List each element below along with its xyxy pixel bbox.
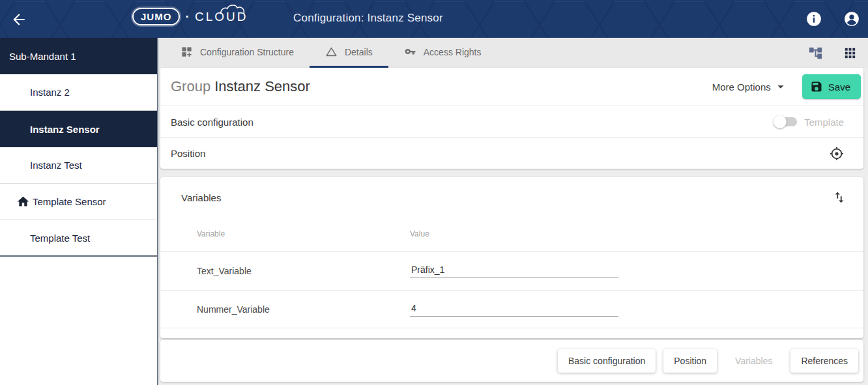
position-row[interactable]: Position	[160, 137, 863, 169]
cloud-wordmark: CLOUD	[195, 10, 248, 24]
window-title: Configuration: Instanz Sensor	[293, 12, 443, 25]
jumo-logo: JUMO	[132, 8, 180, 25]
header-actions	[805, 10, 860, 27]
variables-header: Variables	[160, 177, 863, 203]
tab-configuration-structure[interactable]: Configuration Structure	[165, 38, 310, 68]
variables-button: Variables	[725, 349, 783, 373]
footer-actions: Basic configuration Position Variables R…	[160, 340, 863, 382]
sidebar-item-template-sensor[interactable]: Template Sensor	[0, 184, 157, 220]
jumo-cloud-logo: JUMO · CLOUD	[132, 8, 248, 25]
sidebar-item-template-test[interactable]: Template Test	[0, 220, 157, 257]
app-header: JUMO · CLOUD Configuration: Instanz Sens…	[0, 0, 868, 38]
chevron-down-icon	[774, 79, 788, 94]
variables-title: Variables	[181, 192, 221, 203]
group-title-prefix: Group	[171, 78, 210, 94]
variables-column-headers: Variable Value	[160, 229, 863, 240]
dashboard-customize-icon	[181, 46, 193, 58]
sidebar-item-instanz-2[interactable]: Instanz 2	[0, 74, 157, 111]
swap-vert-icon[interactable]	[832, 190, 846, 205]
references-button[interactable]: References	[790, 349, 858, 373]
variable-name: Text_Variable	[160, 266, 410, 276]
home-icon	[16, 195, 30, 208]
group-title: GroupInstanz Sensor	[171, 78, 310, 95]
tab-access-rights[interactable]: Access Rights	[388, 38, 497, 68]
group-title-name: Instanz Sensor	[214, 78, 310, 94]
account-icon[interactable]	[843, 10, 860, 27]
table-row-text-variable: Text_Variable	[160, 251, 863, 291]
brand-separator: ·	[185, 9, 190, 24]
info-icon[interactable]	[805, 10, 822, 27]
sidebar: Sub-Mandant 1 Instanz 2 Instanz Sensor I…	[0, 38, 158, 385]
basic-configuration-row[interactable]: Basic configuration Template	[160, 106, 863, 137]
tab-bar: Configuration Structure Details Access R…	[158, 38, 868, 68]
more-options-button[interactable]: More Options	[712, 79, 788, 94]
template-toggle-label: Template	[804, 117, 844, 128]
tab-details[interactable]: Details	[310, 38, 388, 68]
cloud-icon	[220, 4, 246, 14]
table-row-nummer-variable: Nummer_Variable	[160, 291, 863, 328]
warning-triangle-icon	[325, 46, 338, 58]
group-title-actions: More Options Save	[712, 74, 861, 99]
back-button[interactable]	[10, 11, 27, 28]
variables-card: Variables Variable Value Text_Variable N…	[160, 177, 863, 338]
text-variable-input[interactable]	[410, 263, 618, 278]
template-toggle[interactable]	[774, 115, 797, 128]
key-icon	[404, 46, 416, 58]
nummer-variable-input[interactable]	[410, 302, 618, 317]
save-button[interactable]: Save	[802, 74, 861, 99]
my-location-icon[interactable]	[830, 147, 844, 161]
sidebar-item-instanz-sensor[interactable]: Instanz Sensor	[0, 111, 157, 147]
save-icon	[810, 80, 823, 93]
back-arrow-icon	[10, 11, 27, 28]
basic-configuration-label: Basic configuration	[171, 117, 253, 128]
app-window: JUMO · CLOUD Configuration: Instanz Sens…	[0, 0, 868, 385]
template-toggle-group: Template	[774, 115, 844, 128]
apps-grid-icon[interactable]	[843, 46, 858, 61]
sidebar-item-instanz-test[interactable]: Instanz Test	[0, 147, 157, 184]
group-title-row: GroupInstanz Sensor More Options Save	[160, 68, 863, 106]
sidebar-root-mandant[interactable]: Sub-Mandant 1	[0, 38, 157, 74]
tab-toolbar	[808, 38, 868, 68]
column-header-value: Value	[410, 229, 863, 240]
account-tree-icon[interactable]	[808, 46, 823, 61]
position-button[interactable]: Position	[663, 349, 717, 373]
main-content: Configuration Structure Details Access R…	[158, 38, 868, 385]
position-label: Position	[171, 148, 205, 159]
group-card: GroupInstanz Sensor More Options Save Ba…	[160, 68, 863, 169]
variable-name: Nummer_Variable	[160, 304, 410, 315]
column-header-variable: Variable	[160, 229, 410, 240]
basic-configuration-button[interactable]: Basic configuration	[558, 349, 656, 373]
